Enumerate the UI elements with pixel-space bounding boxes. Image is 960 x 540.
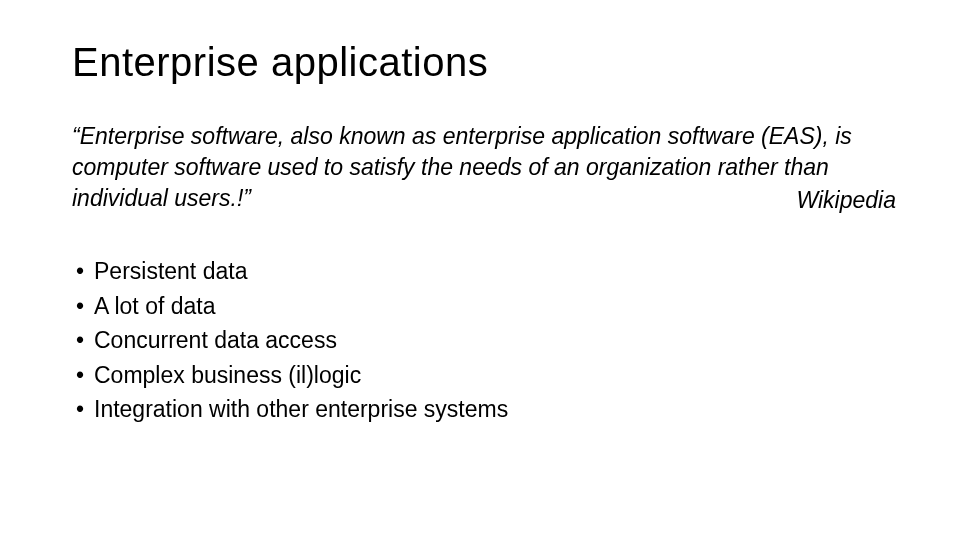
quote-attribution: Wikipedia xyxy=(796,187,896,214)
list-item: Complex business (il)logic xyxy=(76,358,900,393)
quote-text: “Enterprise software, also known as ente… xyxy=(72,121,900,214)
list-item: Persistent data xyxy=(76,254,900,289)
quote-block: “Enterprise software, also known as ente… xyxy=(72,121,900,214)
list-item: A lot of data xyxy=(76,289,900,324)
list-item: Integration with other enterprise system… xyxy=(76,392,900,427)
list-item: Concurrent data access xyxy=(76,323,900,358)
bullet-list: Persistent data A lot of data Concurrent… xyxy=(72,254,900,427)
slide-title: Enterprise applications xyxy=(72,40,900,85)
